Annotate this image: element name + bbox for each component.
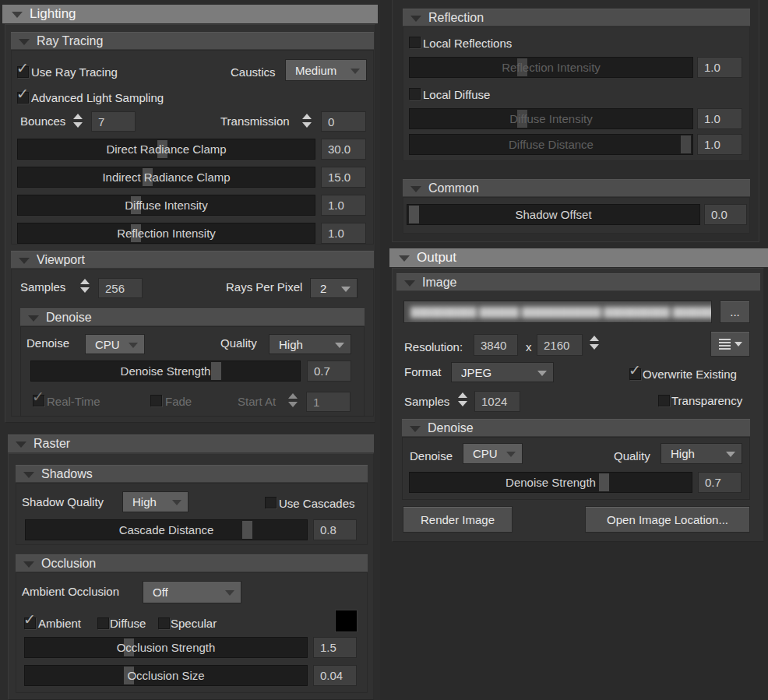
browse-path-button[interactable]: ...: [720, 301, 750, 323]
viewport-denoise-section-header[interactable]: Denoise: [20, 308, 365, 326]
diffuse-intensity-slider[interactable]: Diffuse Intensity: [17, 195, 315, 216]
format-dropdown[interactable]: JPEG: [451, 362, 554, 382]
transparency-checkbox[interactable]: [658, 395, 670, 406]
spinner-down-icon: [458, 401, 467, 406]
bounces-input[interactable]: 7: [91, 111, 136, 132]
output-quality-dropdown[interactable]: High: [661, 443, 742, 464]
chevron-down-icon: [172, 500, 181, 505]
lighting-section-header[interactable]: Lighting: [2, 4, 379, 24]
output-samples-input[interactable]: 1024: [474, 391, 520, 412]
indirect-radiance-clamp-slider[interactable]: Indirect Radiance Clamp: [17, 167, 315, 188]
collapse-arrow-icon: [23, 561, 34, 568]
output-quality-label: Quality: [614, 448, 650, 464]
denoise-strength-value[interactable]: 0.7: [307, 361, 351, 382]
start-at-label: Start At: [238, 394, 276, 410]
diffuse-checkbox[interactable]: [97, 617, 109, 629]
resolution-preset-button[interactable]: [710, 331, 750, 357]
spinner-up-icon: [288, 393, 298, 399]
bounces-spinner[interactable]: [73, 114, 83, 128]
section-title: Denoise: [46, 311, 92, 325]
occlusion-size-value[interactable]: 0.04: [313, 665, 357, 686]
cascade-distance-value[interactable]: 0.8: [313, 519, 357, 540]
local-diffuse-checkbox[interactable]: [409, 88, 421, 100]
occlusion-strength-value[interactable]: 1.5: [313, 637, 357, 658]
output-denoise-strength-slider[interactable]: Denoise Strength: [409, 472, 692, 493]
common-section-header[interactable]: Common: [403, 179, 750, 197]
render-image-button[interactable]: Render Image: [403, 506, 513, 533]
collapse-arrow-icon: [410, 426, 421, 432]
local-diffuse-label: Local Diffuse: [423, 87, 490, 103]
cascade-distance-slider[interactable]: Cascade Distance: [25, 519, 308, 540]
caustics-dropdown[interactable]: Medium: [285, 59, 367, 81]
denoise-mode-dropdown[interactable]: CPU: [85, 334, 145, 354]
diffuse-intensity-local-slider[interactable]: Diffuse Intensity: [409, 108, 693, 129]
resolution-spinner[interactable]: [590, 336, 599, 350]
samples-spinner[interactable]: [80, 279, 90, 293]
denoise-quality-dropdown[interactable]: High: [269, 334, 351, 354]
output-denoise-section-header[interactable]: Denoise: [402, 419, 750, 437]
spinner-up-icon: [73, 114, 83, 119]
start-at-spinner[interactable]: [288, 393, 298, 407]
diffuse-distance-slider[interactable]: Diffuse Distance: [409, 134, 693, 155]
transmission-input[interactable]: 0: [321, 111, 366, 132]
shadow-offset-slider[interactable]: Shadow Offset: [407, 204, 700, 225]
format-value: JPEG: [461, 366, 491, 379]
ambient-occlusion-dropdown[interactable]: Off: [143, 581, 241, 603]
viewport-section-header[interactable]: Viewport: [11, 251, 374, 269]
denoise-strength-slider[interactable]: Denoise Strength: [30, 361, 301, 382]
shadows-section-header[interactable]: Shadows: [16, 465, 368, 483]
caustics-value: Medium: [295, 64, 336, 77]
occlusion-color-swatch[interactable]: [335, 610, 358, 632]
resolution-label: Resolution:: [404, 339, 463, 355]
output-samples-spinner[interactable]: [458, 392, 467, 406]
rays-per-pixel-dropdown[interactable]: 2: [310, 278, 358, 298]
samples-input[interactable]: 256: [98, 278, 143, 298]
chevron-down-icon: [537, 371, 547, 376]
output-denoise-mode-dropdown[interactable]: CPU: [463, 443, 523, 464]
indirect-radiance-clamp-value[interactable]: 15.0: [321, 167, 366, 188]
specular-checkbox[interactable]: [158, 617, 170, 629]
reflection-intensity-slider[interactable]: Reflection Intensity: [17, 223, 315, 244]
resolution-height-input[interactable]: 2160: [537, 334, 583, 356]
occlusion-section-header[interactable]: Occlusion: [16, 554, 368, 572]
occlusion-size-slider[interactable]: Occlusion Size: [24, 665, 308, 686]
transmission-spinner[interactable]: [302, 114, 312, 128]
local-reflections-checkbox[interactable]: [409, 37, 421, 48]
overwrite-existing-label: Overwrite Existing: [643, 367, 737, 382]
diffuse-intensity-value[interactable]: 1.0: [321, 195, 366, 216]
reflection-intensity-value[interactable]: 1.0: [697, 57, 742, 78]
chevron-down-icon: [506, 452, 516, 457]
image-path-field[interactable]: ██████████ ██████ ████████████ █████████…: [403, 301, 712, 323]
raster-section-header[interactable]: Raster: [8, 434, 374, 453]
reflection-intensity-slider[interactable]: Reflection Intensity: [409, 57, 693, 78]
direct-radiance-clamp-value[interactable]: 30.0: [321, 139, 366, 160]
checkmark-icon: ✓: [16, 61, 29, 76]
start-at-input[interactable]: 1: [306, 392, 351, 412]
denoise-mode-value: CPU: [95, 338, 120, 351]
format-label: Format: [404, 364, 442, 380]
reflection-section-header[interactable]: Reflection: [403, 9, 750, 26]
occlusion-strength-slider[interactable]: Occlusion Strength: [24, 637, 308, 658]
image-section-header[interactable]: Image: [396, 273, 760, 291]
fade-checkbox[interactable]: [150, 395, 162, 406]
shadow-offset-value[interactable]: 0.0: [704, 204, 747, 225]
use-cascades-checkbox[interactable]: [265, 497, 277, 508]
collapse-arrow-icon: [399, 255, 410, 262]
reflection-intensity-value[interactable]: 1.0: [321, 223, 366, 244]
section-title: Ray Tracing: [37, 34, 103, 48]
diffuse-intensity-local-value[interactable]: 1.0: [697, 108, 742, 129]
resolution-width-input[interactable]: 3840: [474, 334, 518, 356]
output-section-header[interactable]: Output: [389, 248, 768, 268]
output-denoise-strength-value[interactable]: 0.7: [698, 472, 742, 493]
diffuse-distance-value[interactable]: 1.0: [697, 134, 742, 155]
shadow-quality-dropdown[interactable]: High: [122, 491, 188, 512]
open-image-location-button[interactable]: Open Image Location...: [585, 506, 750, 533]
section-title: Raster: [33, 437, 70, 451]
slider-label: Diffuse Distance: [410, 135, 692, 154]
ray-tracing-section-header[interactable]: Ray Tracing: [11, 32, 374, 50]
slider-label: Reflection Intensity: [18, 223, 315, 243]
blurred-path-text: ██████████ ██████ ████████████ █████████…: [410, 307, 712, 318]
direct-radiance-clamp-slider[interactable]: Direct Radiance Clamp: [17, 139, 315, 160]
checkmark-icon: ✓: [32, 389, 44, 404]
ambient-occlusion-value: Off: [153, 586, 168, 599]
